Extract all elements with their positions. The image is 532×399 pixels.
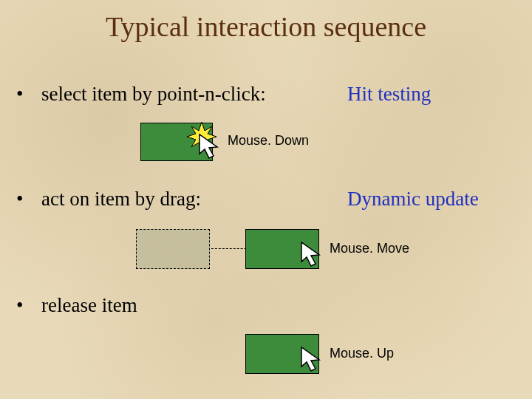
svg-marker-2 [301, 242, 319, 266]
side-label-2: Dynamic update [347, 188, 479, 211]
bullet-2-text: act on item by drag: [41, 188, 201, 211]
slide-title: Typical interaction sequence [0, 10, 532, 43]
bullet-1-text: select item by point-n-click: [41, 83, 266, 106]
bullet-3: • release item [0, 294, 137, 317]
bullet-dot: • [0, 188, 41, 211]
svg-marker-1 [200, 134, 217, 158]
side-label-1: Hit testing [347, 83, 431, 106]
event-label-mouseup: Mouse. Up [330, 346, 394, 361]
bullet-dot: • [0, 83, 41, 106]
cursor-icon-3 [300, 346, 325, 375]
bullet-dot: • [0, 294, 41, 317]
cursor-icon-2 [300, 241, 325, 270]
svg-marker-3 [301, 347, 319, 371]
bullet-1: • select item by point-n-click: [0, 83, 266, 106]
bullet-3-text: release item [41, 294, 137, 317]
event-label-mousemove: Mouse. Move [330, 241, 409, 256]
event-label-mousedown: Mouse. Down [228, 133, 309, 149]
cursor-icon-1 [198, 133, 223, 163]
origin-box-dashed [136, 229, 210, 269]
bullet-2: • act on item by drag: [0, 188, 201, 211]
